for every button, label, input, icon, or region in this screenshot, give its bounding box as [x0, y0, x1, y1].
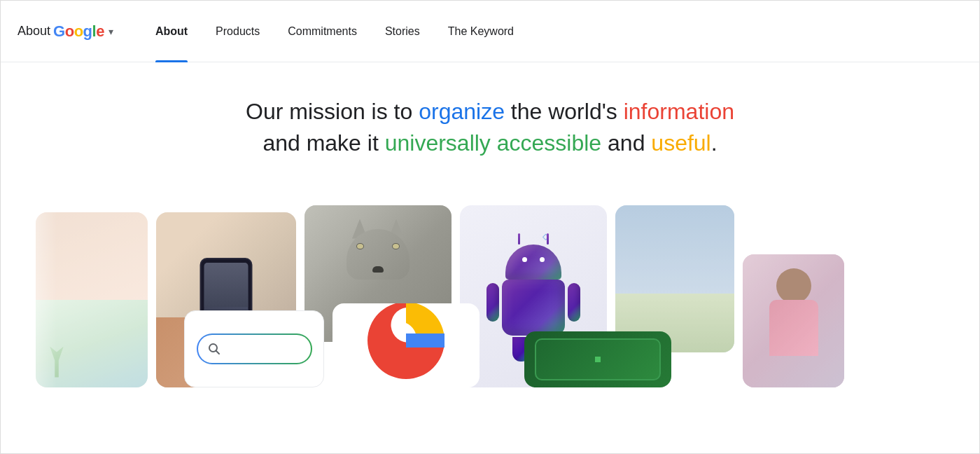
- android-arm-right: [568, 283, 580, 322]
- android-device-card: [535, 338, 661, 380]
- android-arm-left: [486, 283, 499, 322]
- nav-item-keyword: The Keyword: [434, 1, 528, 62]
- google-g-card[interactable]: [332, 303, 479, 387]
- nav-links-list: About Products Commitments Stories The K…: [141, 1, 528, 62]
- brand-logo[interactable]: About Google ▾: [18, 22, 113, 41]
- fade-right-overlay: [923, 184, 979, 387]
- android-eye-left: [522, 257, 527, 262]
- android-bottom-card[interactable]: [524, 331, 671, 387]
- word-organize: organize: [419, 99, 505, 124]
- nav-link-keyword[interactable]: The Keyword: [434, 1, 528, 62]
- svg-line-1: [216, 350, 219, 354]
- google-wordmark: Google: [53, 22, 104, 41]
- search-bar[interactable]: [197, 333, 312, 364]
- card-body-tones[interactable]: [36, 212, 148, 387]
- android-body: [502, 280, 565, 336]
- brand-chevron-icon[interactable]: ▾: [108, 26, 113, 37]
- hero-section: Our mission is to organize the world's i…: [1, 62, 979, 184]
- nav-link-about[interactable]: About: [141, 1, 202, 62]
- nav-item-stories: Stories: [371, 1, 434, 62]
- google-letter-g: G: [53, 22, 65, 40]
- android-head: [505, 245, 561, 280]
- nav-link-stories[interactable]: Stories: [371, 1, 434, 62]
- android-antenna-left: [518, 233, 520, 245]
- word-universally-accessible: universally accessible: [385, 130, 601, 156]
- google-letter-e: e: [96, 22, 104, 40]
- svg-rect-2: [406, 333, 444, 348]
- nav-link-commitments[interactable]: Commitments: [274, 1, 371, 62]
- word-useful: useful: [651, 130, 710, 156]
- nav-link-products[interactable]: Products: [202, 1, 274, 62]
- nav-item-commitments: Commitments: [274, 1, 371, 62]
- android-antenna-right: [547, 233, 549, 245]
- word-information: information: [624, 99, 734, 124]
- main-nav: About Google ▾ About Products Commitment…: [1, 1, 979, 62]
- search-icon: [208, 343, 220, 355]
- google-letter-g2: g: [83, 22, 92, 40]
- android-eye-right: [540, 257, 545, 262]
- google-letter-o2: o: [74, 22, 83, 40]
- google-g-letter: [360, 303, 451, 387]
- mission-statement: Our mission is to organize the world's i…: [15, 96, 965, 159]
- google-letter-o1: o: [65, 22, 74, 40]
- card-landscape[interactable]: [615, 205, 734, 352]
- about-brand-text: About: [18, 24, 50, 39]
- cards-section: ⬦: [1, 184, 979, 387]
- search-bar-card[interactable]: [184, 310, 324, 387]
- google-g-svg: [360, 303, 451, 380]
- nav-item-about: About: [141, 1, 202, 62]
- android-eyes: [522, 257, 545, 262]
- nav-item-products: Products: [202, 1, 274, 62]
- card-portrait[interactable]: [743, 254, 844, 387]
